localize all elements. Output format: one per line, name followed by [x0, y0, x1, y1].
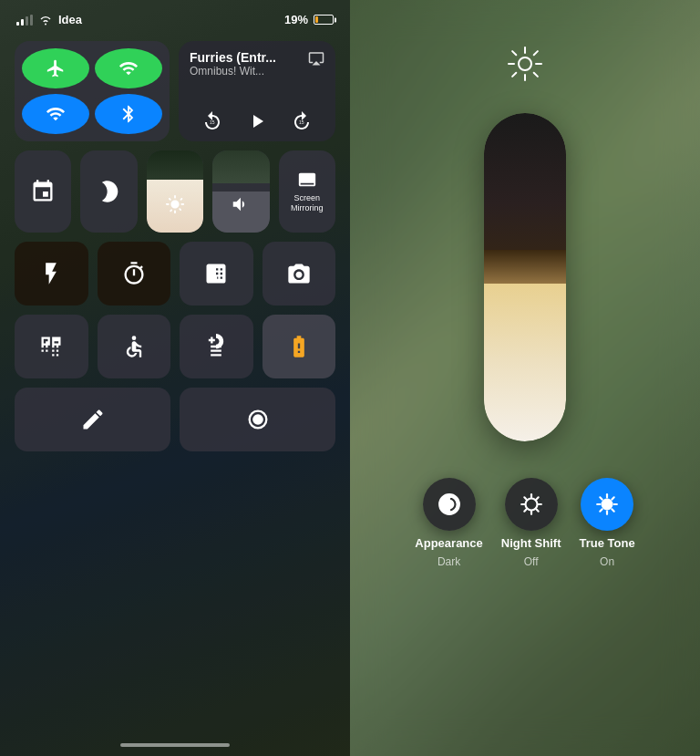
svg-line-21 — [536, 497, 538, 499]
battery-percentage: 19% — [284, 13, 308, 26]
true-tone-circle — [581, 478, 633, 531]
track-subtitle: Omnibus! Wit... — [190, 65, 276, 78]
cellular-icon — [118, 58, 139, 78]
wifi-icon — [38, 15, 53, 26]
volume-dark-top — [212, 150, 269, 183]
night-shift-toggle[interactable]: Night Shift Off — [501, 478, 561, 568]
row1: Furries (Entr... Omnibus! Wit... 15 — [15, 41, 335, 141]
brightness-dark-top — [147, 150, 203, 180]
right-content: Appearance Dark — [350, 0, 700, 756]
qr-icon — [38, 334, 64, 359]
connectivity-block — [15, 41, 170, 141]
cellular-button[interactable] — [95, 48, 162, 88]
status-bar: Idea 19% — [0, 0, 350, 34]
rotation-lock-icon — [30, 179, 56, 204]
bottom-toggle-buttons: Appearance Dark — [415, 478, 634, 568]
night-shift-label: Night Shift — [501, 536, 561, 550]
appearance-toggle[interactable]: Appearance Dark — [415, 478, 482, 568]
carrier-name: Idea — [58, 13, 82, 26]
airplay-icon[interactable] — [308, 50, 324, 67]
remote-button[interactable] — [180, 315, 253, 378]
svg-line-12 — [534, 51, 538, 55]
screen-mirroring-button[interactable]: ScreenMirroring — [279, 150, 335, 233]
night-shift-icon — [520, 492, 543, 516]
timer-icon — [121, 261, 147, 286]
svg-line-29 — [612, 509, 613, 511]
now-playing-top: Furries (Entr... Omnibus! Wit... — [190, 50, 324, 78]
svg-line-10 — [512, 51, 516, 55]
sun-icon-small — [165, 194, 185, 214]
row3 — [15, 242, 335, 306]
wifi-toggle-icon — [46, 104, 66, 124]
battery-detail-icon — [286, 334, 312, 359]
true-tone-label: True Tone — [579, 536, 634, 550]
battery-fill — [315, 16, 318, 23]
sun-icon-container — [507, 46, 543, 86]
orientation-lock-button[interactable] — [15, 150, 71, 233]
svg-point-2 — [131, 336, 136, 340]
rewind-button[interactable]: 15 — [201, 110, 223, 132]
row5 — [15, 388, 335, 451]
qr-scanner-button[interactable] — [15, 315, 88, 378]
row4 — [15, 315, 335, 378]
status-right: 19% — [284, 13, 334, 26]
appearance-icon — [438, 492, 461, 516]
markup-icon — [80, 407, 106, 432]
screen-record-button[interactable] — [180, 388, 335, 451]
true-tone-sublabel: On — [600, 555, 614, 568]
status-left: Idea — [16, 13, 82, 26]
battery-icon — [314, 15, 334, 25]
track-title: Furries (Entr... — [190, 50, 276, 65]
do-not-disturb-button[interactable] — [80, 150, 137, 233]
brightness-slider[interactable] — [147, 150, 203, 233]
screen-mirror-icon — [294, 170, 320, 190]
true-tone-icon — [595, 492, 619, 516]
play-button[interactable] — [246, 110, 268, 132]
screen-mirror-label: ScreenMirroring — [291, 193, 324, 213]
speaker-icon — [231, 194, 251, 214]
svg-line-20 — [536, 509, 538, 511]
svg-point-5 — [519, 57, 531, 70]
appearance-label: Appearance — [415, 536, 482, 550]
now-playing-info: Furries (Entr... Omnibus! Wit... — [190, 50, 276, 78]
svg-line-31 — [600, 509, 602, 511]
night-shift-circle — [505, 478, 558, 531]
flashlight-button[interactable] — [15, 242, 88, 306]
svg-line-28 — [600, 497, 602, 499]
battery-container — [314, 15, 334, 25]
appearance-circle — [423, 478, 476, 531]
bluetooth-button[interactable] — [95, 94, 162, 134]
now-playing-block[interactable]: Furries (Entr... Omnibus! Wit... 15 — [179, 41, 335, 141]
true-tone-toggle[interactable]: True Tone On — [579, 478, 634, 568]
camera-icon — [286, 261, 312, 286]
timer-button[interactable] — [98, 242, 171, 306]
camera-button[interactable] — [262, 242, 336, 306]
night-shift-sublabel: Off — [524, 555, 539, 568]
svg-line-22 — [524, 509, 526, 511]
svg-point-23 — [602, 500, 612, 510]
wifi-toggle-button[interactable] — [22, 94, 89, 134]
svg-line-30 — [612, 497, 613, 499]
svg-line-13 — [512, 73, 516, 77]
moon-icon — [97, 179, 122, 204]
flashlight-icon — [38, 261, 64, 286]
volume-slider[interactable] — [212, 150, 269, 233]
svg-line-19 — [524, 497, 526, 499]
svg-text:15: 15 — [210, 119, 215, 125]
battery-widget-button[interactable] — [262, 315, 336, 378]
brightness-pill-slider[interactable] — [484, 113, 566, 441]
appearance-sublabel: Dark — [438, 555, 460, 568]
home-indicator — [120, 743, 230, 747]
brightness-sun-icon — [507, 46, 543, 82]
left-control-center: Idea 19% — [0, 0, 350, 756]
screen-record-icon — [245, 407, 271, 432]
markup-button[interactable] — [15, 388, 170, 451]
calculator-button[interactable] — [180, 242, 253, 306]
forward-button[interactable]: 15 — [291, 110, 313, 132]
airplane-mode-button[interactable] — [22, 48, 89, 88]
airplane-icon — [46, 58, 66, 78]
svg-line-11 — [534, 73, 538, 77]
control-center-grid: Furries (Entr... Omnibus! Wit... 15 — [0, 34, 350, 466]
accessibility-button[interactable] — [98, 315, 171, 378]
signal-bars — [16, 15, 33, 26]
